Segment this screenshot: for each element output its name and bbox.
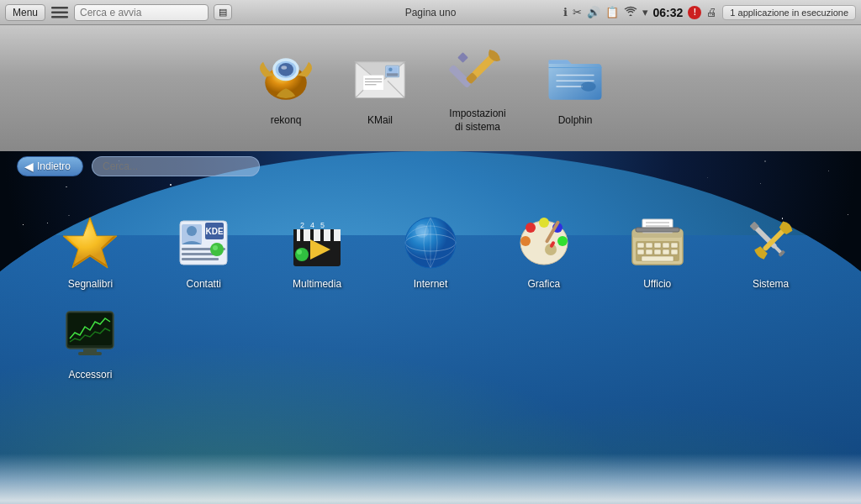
svg-text:4: 4 (310, 221, 314, 229)
accessori-icon (60, 303, 120, 364)
svg-rect-1 (51, 11, 68, 13)
grafica-icon (514, 213, 574, 273)
svg-rect-42 (324, 229, 330, 241)
volume-icon: 🔊 (587, 6, 600, 18)
back-label: Indietro (37, 160, 71, 172)
internet-label: Internet (414, 278, 448, 290)
app-item-segnalibri[interactable]: Segnalibri (34, 206, 147, 297)
contatti-label: Contatti (187, 278, 221, 290)
svg-point-36 (213, 245, 218, 250)
quick-item-dolphin-label: Dolphin (558, 114, 593, 128)
svg-rect-78 (637, 249, 644, 255)
svg-point-63 (526, 223, 536, 233)
svg-rect-79 (646, 249, 652, 255)
quick-item-kmail-label: KMail (367, 114, 393, 128)
svg-rect-96 (78, 352, 102, 355)
kmail-icon (350, 49, 410, 109)
printer-icon: 🖨 (706, 6, 717, 18)
back-arrow-icon: ◀ (24, 160, 34, 173)
taskbar-search-input[interactable] (74, 4, 209, 21)
svg-rect-34 (182, 258, 219, 260)
multimedia-label: Multimedia (293, 278, 341, 290)
svg-point-7 (281, 66, 287, 70)
svg-point-67 (520, 236, 531, 246)
svg-rect-81 (663, 249, 669, 255)
contatti-icon: KDE (173, 213, 234, 273)
svg-text:KDE: KDE (206, 227, 224, 236)
svg-rect-0 (51, 7, 68, 9)
accessori-label: Accessori (68, 369, 112, 381)
internet-icon (400, 213, 461, 273)
dolphin-icon (545, 49, 605, 109)
svg-rect-43 (334, 229, 341, 241)
segnalibri-label: Segnalibri (68, 278, 113, 290)
app-item-internet[interactable]: Internet (374, 206, 488, 297)
app-item-contatti[interactable]: KDE Contatti (147, 206, 261, 297)
svg-point-24 (581, 82, 596, 92)
app-item-accessori[interactable]: Accessori (34, 297, 147, 387)
ufficio-label: Ufficio (643, 278, 671, 290)
clock-display: 06:32 (653, 6, 684, 19)
svg-point-11 (388, 68, 393, 72)
taskbar-right-area: ℹ ✂ 🔊 📋 ▾ 06:32 ! 🖨 1 applicazione in es… (563, 5, 856, 20)
svg-rect-77 (671, 243, 678, 248)
info-icon: ℹ (563, 6, 568, 18)
multimedia-icon: 2 4 5 (287, 213, 347, 273)
svg-rect-82 (671, 249, 678, 255)
svg-rect-87 (636, 228, 679, 232)
svg-rect-33 (182, 253, 215, 255)
rekonq-icon (256, 49, 316, 109)
running-apps-label[interactable]: 1 applicazione in esecuzione (722, 5, 856, 20)
segnalibri-icon (60, 213, 120, 273)
svg-point-54 (297, 249, 302, 255)
svg-rect-47 (320, 229, 324, 241)
settings-icon (447, 42, 508, 102)
svg-rect-73 (637, 243, 644, 248)
svg-point-31 (187, 226, 197, 236)
svg-rect-76 (663, 243, 669, 248)
quick-item-settings-label: Impostazioni di sistema (444, 108, 511, 134)
search-input[interactable] (92, 156, 260, 176)
svg-rect-45 (300, 229, 304, 241)
svg-rect-40 (304, 229, 310, 241)
taskbar: Menu ▤ Pagina uno ℹ ✂ 🔊 📋 ▾ 06:32 ! 🖨 (0, 0, 861, 25)
grafica-label: Grafica (528, 278, 561, 290)
menu-button[interactable]: Menu (5, 4, 45, 21)
svg-rect-46 (310, 229, 314, 241)
svg-rect-48 (330, 229, 334, 241)
quick-item-settings[interactable]: Impostazioni di sistema (444, 42, 511, 134)
menu-icon (50, 3, 69, 22)
svg-rect-2 (51, 16, 68, 18)
notification-badge: ! (688, 6, 701, 19)
app-item-multimedia[interactable]: 2 4 5 Multimedia (261, 206, 374, 297)
app-item-ufficio[interactable]: Ufficio (600, 206, 714, 297)
quick-item-kmail[interactable]: KMail (350, 49, 410, 128)
quick-item-rekonq[interactable]: rekonq (256, 49, 316, 128)
clipboard-icon: 📋 (605, 6, 619, 18)
launcher-area: ◀ Indietro (0, 151, 861, 504)
svg-point-64 (539, 218, 549, 228)
svg-rect-75 (654, 243, 661, 248)
svg-rect-44 (293, 229, 297, 241)
svg-rect-13 (363, 76, 384, 91)
back-button[interactable]: ◀ Indietro (17, 156, 83, 176)
app-item-grafica[interactable]: Grafica (487, 206, 600, 297)
sistema-icon (741, 213, 801, 273)
svg-point-53 (295, 248, 309, 261)
page-label: Pagina uno (405, 7, 457, 18)
app-grid: Segnalibri KDE (0, 189, 861, 504)
nav-bar: ◀ Indietro (0, 151, 861, 181)
scissors-icon: ✂ (573, 6, 582, 18)
quick-item-dolphin[interactable]: Dolphin (545, 49, 605, 128)
svg-rect-41 (314, 229, 320, 241)
taskbar-expand-button[interactable]: ▤ (214, 4, 232, 20)
svg-point-59 (415, 224, 429, 238)
battery-down-icon: ▾ (642, 6, 648, 18)
app-item-sistema[interactable]: Sistema (714, 206, 827, 297)
svg-point-6 (278, 63, 293, 76)
svg-rect-74 (646, 243, 652, 248)
quick-item-rekonq-label: rekonq (271, 114, 302, 128)
svg-rect-12 (387, 73, 399, 76)
svg-point-66 (557, 236, 568, 246)
svg-text:2: 2 (300, 221, 304, 229)
